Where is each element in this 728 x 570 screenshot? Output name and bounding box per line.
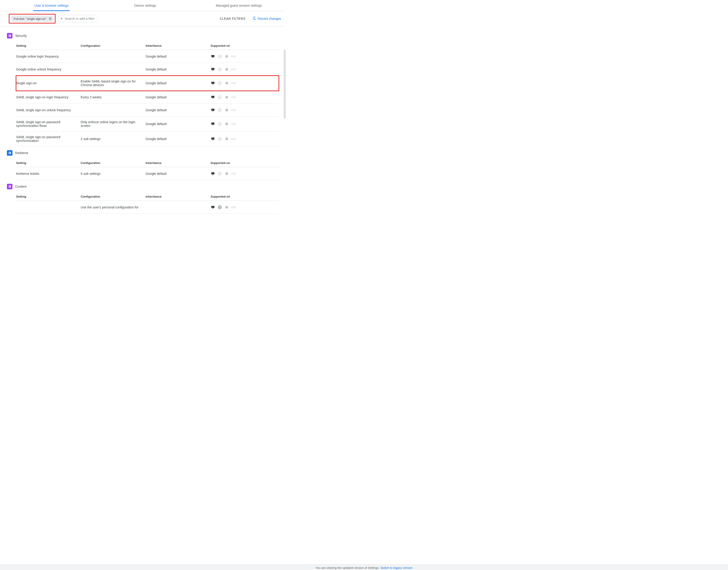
cell-inheritance: Google default bbox=[146, 95, 211, 99]
svg-point-18 bbox=[219, 207, 221, 208]
filter-bar: Full-text: "single sign-on" + Search or … bbox=[0, 11, 286, 26]
section-content: ContentSettingConfigurationInheritanceSu… bbox=[2, 183, 283, 214]
cell-supported: iOS bbox=[211, 171, 279, 176]
col-header-setting: Setting bbox=[16, 44, 81, 47]
svg-point-2 bbox=[219, 56, 221, 57]
clear-filters-button[interactable]: Clear filters bbox=[220, 17, 245, 20]
cell-supported: iOS bbox=[211, 67, 279, 72]
section-header[interactable]: Kerberos bbox=[2, 149, 283, 157]
col-header-configuration: Configuration bbox=[81, 161, 146, 165]
cell-setting: Google online unlock frequency bbox=[16, 67, 81, 71]
settings-table: SettingConfigurationInheritanceSupported… bbox=[16, 157, 279, 180]
filter-chip-label: Full-text: "single sign-on" bbox=[14, 17, 46, 20]
cell-inheritance: Google default bbox=[146, 81, 211, 85]
table-row[interactable]: SAML single sign-on password synchroniza… bbox=[16, 131, 279, 147]
android-icon bbox=[224, 81, 229, 85]
plus-icon: + bbox=[60, 17, 63, 21]
table-row[interactable]: SAML single sign-on password synchroniza… bbox=[16, 116, 279, 131]
cell-supported: iOS bbox=[211, 205, 279, 210]
add-filter-placeholder: Search or add a filter bbox=[64, 17, 94, 20]
ios-icon: iOS bbox=[231, 136, 236, 141]
desktop-icon bbox=[211, 54, 215, 59]
desktop-icon bbox=[211, 171, 215, 176]
ios-icon: iOS bbox=[231, 54, 236, 59]
svg-point-16 bbox=[219, 173, 221, 174]
ios-icon: iOS bbox=[231, 121, 236, 126]
tab-device-settings[interactable]: Device settings bbox=[98, 0, 192, 11]
cell-configuration: 5 sub settings bbox=[81, 172, 146, 176]
cell-setting: Kerberos tickets bbox=[16, 172, 81, 176]
gear-icon bbox=[7, 184, 12, 189]
chrome-icon bbox=[218, 108, 222, 112]
chrome-icon bbox=[218, 171, 222, 176]
table-header: SettingConfigurationInheritanceSupported… bbox=[16, 157, 279, 167]
cell-inheritance: Google default bbox=[146, 122, 211, 126]
desktop-icon bbox=[211, 121, 215, 126]
platform-icons: iOS bbox=[211, 67, 236, 72]
cell-configuration: Use the user's personal configuration fo… bbox=[81, 206, 146, 209]
section-header[interactable]: Security bbox=[2, 32, 283, 40]
cell-inheritance: Google default bbox=[146, 55, 211, 58]
section-kerberos: KerberosSettingConfigurationInheritanceS… bbox=[2, 149, 283, 180]
tab-managed-guest-session[interactable]: Managed guest session settings bbox=[192, 0, 286, 11]
platform-icons: iOS bbox=[211, 54, 236, 59]
settings-table: SettingConfigurationInheritanceSupported… bbox=[16, 40, 279, 147]
platform-icons: iOS bbox=[211, 81, 236, 85]
cell-inheritance: Google default bbox=[146, 172, 211, 176]
tab-user-browser-settings[interactable]: User & browser settings bbox=[5, 0, 98, 11]
table-row[interactable]: Google online unlock frequencyGoogle def… bbox=[16, 63, 279, 76]
col-header-inheritance: Inheritance bbox=[146, 44, 211, 47]
col-header-inheritance: Inheritance bbox=[146, 195, 211, 198]
section-title: Kerberos bbox=[15, 151, 28, 155]
scrollbar[interactable] bbox=[284, 49, 286, 118]
desktop-icon bbox=[211, 81, 215, 85]
cell-inheritance: Google default bbox=[146, 67, 211, 71]
ios-icon: iOS bbox=[231, 95, 236, 99]
gear-icon bbox=[7, 33, 12, 38]
chrome-icon bbox=[218, 121, 222, 126]
table-row[interactable]: Single sign-onEnable SAML-based single s… bbox=[16, 76, 279, 91]
android-icon bbox=[224, 136, 229, 141]
recent-changes-link[interactable]: Recent changes bbox=[252, 16, 281, 21]
table-header: SettingConfigurationInheritanceSupported… bbox=[16, 40, 279, 50]
desktop-icon bbox=[211, 205, 215, 210]
ios-icon: iOS bbox=[231, 205, 236, 210]
history-icon bbox=[252, 16, 256, 21]
table-row[interactable]: SAML single sign-on unlock frequencyGoog… bbox=[16, 104, 279, 116]
platform-icons: iOS bbox=[211, 108, 236, 112]
svg-point-14 bbox=[219, 138, 221, 139]
chrome-icon bbox=[218, 95, 222, 99]
svg-point-10 bbox=[219, 109, 221, 110]
cell-inheritance: Google default bbox=[146, 137, 211, 141]
android-icon bbox=[224, 54, 229, 59]
collapse-panel-handle[interactable] bbox=[0, 15, 3, 22]
table-row[interactable]: SAML single sign-on login frequencyEvery… bbox=[16, 91, 279, 104]
desktop-icon bbox=[211, 95, 215, 99]
android-icon bbox=[224, 108, 229, 112]
chrome-icon bbox=[218, 81, 222, 85]
filter-chip-fulltext[interactable]: Full-text: "single sign-on" bbox=[10, 15, 54, 22]
table-row[interactable]: Google online login frequencyGoogle defa… bbox=[16, 50, 279, 63]
cell-setting: SAML single sign-on login frequency bbox=[16, 95, 81, 99]
ios-icon: iOS bbox=[231, 108, 236, 112]
desktop-icon bbox=[211, 136, 215, 141]
settings-content: SecuritySettingConfigurationInheritanceS… bbox=[0, 26, 286, 228]
chrome-icon bbox=[218, 67, 222, 72]
table-row[interactable]: Kerberos tickets5 sub settingsGoogle def… bbox=[16, 167, 279, 180]
cell-configuration: Only enforce online logins on the login … bbox=[81, 120, 146, 127]
table-row[interactable]: Use the user's personal configuration fo… bbox=[16, 201, 279, 214]
col-header-configuration: Configuration bbox=[81, 44, 146, 47]
desktop-icon bbox=[211, 67, 215, 72]
cell-setting: SAML single sign-on password synchroniza… bbox=[16, 135, 81, 142]
cell-supported: iOS bbox=[211, 81, 279, 85]
section-header[interactable]: Content bbox=[2, 183, 283, 191]
svg-point-8 bbox=[219, 96, 221, 98]
desktop-icon bbox=[211, 108, 215, 112]
col-header-setting: Setting bbox=[16, 161, 81, 165]
cell-supported: iOS bbox=[211, 54, 279, 59]
close-icon[interactable] bbox=[48, 17, 52, 20]
add-filter-input[interactable]: + Search or add a filter bbox=[58, 15, 98, 22]
platform-icons: iOS bbox=[211, 95, 236, 99]
col-header-supported: Supported on bbox=[211, 161, 279, 165]
highlight-box-filter: Full-text: "single sign-on" bbox=[9, 14, 55, 23]
